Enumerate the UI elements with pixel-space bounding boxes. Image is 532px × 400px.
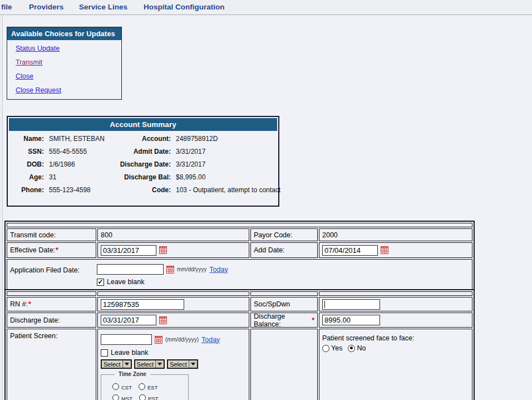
discharge-balance-cell <box>319 313 472 328</box>
chevron-down-icon <box>122 360 131 368</box>
name-label: Name: <box>13 135 44 143</box>
add-date-cell <box>319 242 472 258</box>
patient-screen-cell: (mm/dd/yyyy) Today Leave blank Select Se… <box>97 329 249 400</box>
discharge-balance-label: Discharge Balance:* <box>250 313 318 328</box>
required-marker: * <box>56 246 58 254</box>
discharge-date-value: 3/31/2017 <box>171 160 280 168</box>
timezone-label-est: EST <box>147 384 157 391</box>
discharge-bal-label: Discharge Bal: <box>116 173 171 181</box>
page: file Providers Service Lines Hospital Co… <box>0 0 532 400</box>
soc-spdwn-cell <box>319 297 472 311</box>
select-dropdown-2[interactable]: Select <box>134 359 165 369</box>
link-status-update[interactable]: Status Update <box>16 45 121 52</box>
discharge-date-label: Discharge Date: <box>116 160 171 168</box>
today-link[interactable]: Today <box>209 266 228 274</box>
link-transmit[interactable]: Transmit <box>16 58 121 66</box>
chevron-down-icon <box>189 360 197 368</box>
rn-number-cell <box>97 297 249 311</box>
table2-spacer-cell <box>250 291 318 296</box>
select-dropdown-3[interactable]: Select <box>167 359 198 369</box>
leave-blank-label: Leave blank <box>107 278 144 286</box>
select-dropdown-1[interactable]: Select <box>101 359 132 369</box>
rn-number-label: RN #:* <box>7 297 96 311</box>
screened-radio-yes[interactable] <box>322 345 329 352</box>
phone-label: Phone: <box>13 186 44 194</box>
code-label: Code: <box>116 186 171 194</box>
add-date-input[interactable] <box>322 245 378 256</box>
discharge-date-cell <box>97 313 249 328</box>
nav-item-service-lines[interactable]: Service Lines <box>79 3 127 11</box>
effective-date-label: Effective Date:* <box>7 242 96 258</box>
dob-value: 1/6/1986 <box>44 160 116 168</box>
leave-blank-checkbox[interactable] <box>101 349 108 357</box>
screened-radio-no[interactable] <box>348 345 355 352</box>
nav-item-providers[interactable]: Providers <box>29 3 63 11</box>
calendar-icon[interactable] <box>166 266 174 274</box>
calendar-icon[interactable] <box>159 246 167 254</box>
chevron-down-icon <box>155 360 164 368</box>
effective-date-input[interactable] <box>101 245 156 256</box>
nav-item-file[interactable]: file <box>1 3 12 11</box>
table2-spacer-cell <box>319 291 472 296</box>
available-choices-title: Available Choices for Updates <box>7 27 121 40</box>
required-marker: * <box>312 316 314 324</box>
patient-screened-label: Patient screened face to face: <box>322 334 469 342</box>
discharge-date-field-label: Discharge Date: <box>7 313 96 328</box>
application-filed-date-row: Application Filed Date: mm/dd/yyyy Today… <box>7 259 472 290</box>
timezone-radio-mst[interactable] <box>112 394 119 400</box>
calendar-icon[interactable] <box>381 246 388 254</box>
top-nav: file Providers Service Lines Hospital Co… <box>0 0 532 15</box>
calendar-icon[interactable] <box>155 336 162 344</box>
available-choices-links: Status Update Transmit Close Close Reque… <box>7 40 121 94</box>
timezone-radio-cst[interactable] <box>112 383 119 390</box>
dob-label: DOB: <box>13 160 44 168</box>
timezone-label-cst: CST <box>121 384 132 391</box>
screened-label-no: No <box>357 344 366 352</box>
leave-blank-checkbox[interactable]: ✓ <box>97 279 104 286</box>
screened-label-yes: Yes <box>331 344 342 352</box>
ssn-value: 555-45-5555 <box>44 148 116 155</box>
timezone-radio-est[interactable] <box>139 383 145 390</box>
table1-spacer-row <box>7 223 472 227</box>
discharge-bal-value: $8,995.00 <box>171 173 280 181</box>
calendar-icon[interactable] <box>159 316 167 324</box>
page-left-edge-divider <box>0 16 3 400</box>
available-choices-panel: Available Choices for Updates Status Upd… <box>7 27 122 100</box>
form-table-patient: RN #:* Soc/SpDwn Discharge Date: Dischar… <box>4 289 475 400</box>
nav-item-hospital-configuration[interactable]: Hospital Configuration <box>144 3 225 11</box>
time-zone-fieldset: Time Zone CST EST MST PST <box>101 374 189 400</box>
account-summary-grid: Name: SMITH, ESTEBAN Account: 2489758912… <box>9 135 277 194</box>
application-filed-date-input[interactable] <box>97 264 164 275</box>
link-close[interactable]: Close <box>16 72 121 80</box>
admit-date-label: Admit Date: <box>116 148 171 155</box>
discharge-balance-input[interactable] <box>322 315 380 325</box>
patient-screen-date-input[interactable] <box>101 334 152 345</box>
timezone-label-pst: PST <box>148 396 158 400</box>
link-close-request[interactable]: Close Request <box>16 86 121 94</box>
account-summary-title: Account Summary <box>9 118 277 131</box>
date-format-hint: mm/dd/yyyy <box>177 266 206 272</box>
table2-spacer-cell <box>97 291 249 296</box>
admit-date-value: 3/31/2017 <box>171 148 280 155</box>
date-format-hint: (mm/dd/yyyy) <box>165 336 199 343</box>
required-marker: * <box>28 300 31 308</box>
timezone-radio-pst[interactable] <box>139 394 146 400</box>
account-value: 2489758912D <box>171 135 280 143</box>
payor-code-value: 2000 <box>319 228 472 241</box>
add-date-label: Add Date: <box>250 242 318 258</box>
table2-spacer-cell <box>7 291 96 296</box>
application-filed-date-label: Application Filed Date: <box>10 262 97 274</box>
effective-date-cell <box>97 242 249 258</box>
discharge-date-input[interactable] <box>101 315 156 325</box>
today-link[interactable]: Today <box>201 336 220 344</box>
rn-number-input[interactable] <box>101 299 184 310</box>
phone-value: 555-123-4598 <box>44 186 116 194</box>
soc-spdwn-input[interactable] <box>322 299 380 310</box>
leave-blank-label: Leave blank <box>111 349 148 357</box>
time-zone-legend: Time Zone <box>115 371 150 377</box>
transmit-code-label: Transmit code: <box>7 228 96 241</box>
account-summary-panel: Account Summary Name: SMITH, ESTEBAN Acc… <box>7 116 279 207</box>
form-table-transmit: Transmit code: 800 Payor Code: 2000 Effe… <box>4 221 475 292</box>
timezone-label-mst: MST <box>121 396 132 400</box>
code-value: 103 - Outpatient, attempt to contact <box>171 186 280 194</box>
